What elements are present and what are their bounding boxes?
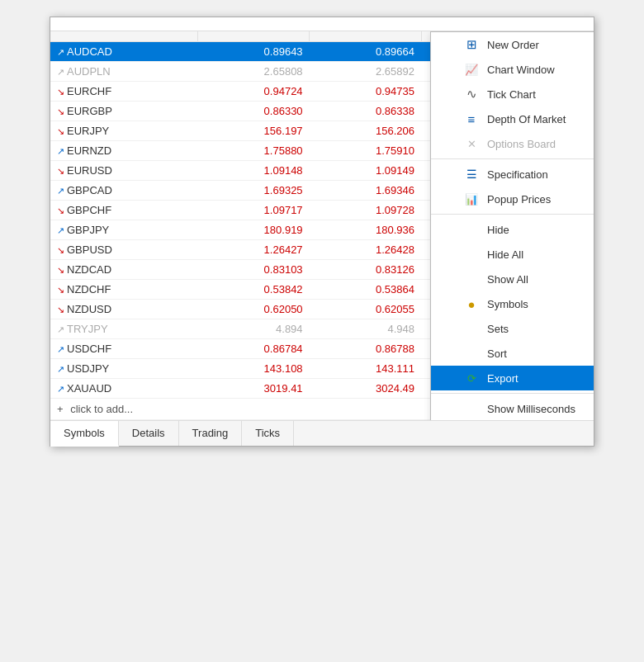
menu-item-left-options-board: ✕ Options Board bbox=[441, 136, 556, 151]
menu-label-sort: Sort bbox=[487, 348, 507, 360]
depth-of-market-icon: ≡ bbox=[464, 111, 479, 126]
menu-item-left-hide: Hide bbox=[441, 222, 509, 237]
menu-item-sets[interactable]: Sets ▶ bbox=[431, 316, 594, 341]
bid-cell: 0.89643 bbox=[197, 42, 309, 62]
symbol-cell: ↗EURNZD bbox=[50, 141, 197, 161]
trend-icon: ↗ bbox=[57, 47, 64, 57]
bid-cell: 4.894 bbox=[197, 319, 309, 339]
menu-label-options-board: Options Board bbox=[487, 138, 556, 150]
context-menu: ⊞ New Order 📈 Chart Window ∿ Tick Chart bbox=[430, 31, 594, 420]
menu-item-export[interactable]: ⟳ Export bbox=[431, 366, 594, 390]
ask-cell: 3024.49 bbox=[310, 379, 421, 399]
symbol-cell: ↘EURGBP bbox=[50, 102, 197, 121]
bid-cell: 180.919 bbox=[197, 220, 309, 240]
ask-cell: 0.86338 bbox=[310, 102, 421, 121]
trend-icon: ↗ bbox=[57, 384, 64, 394]
chart-window-icon: 📈 bbox=[464, 62, 479, 77]
ask-cell: 0.86788 bbox=[310, 339, 421, 359]
symbol-cell: ↗USDCHF bbox=[50, 339, 197, 359]
symbol-cell: ↗AUDPLN bbox=[50, 62, 197, 82]
menu-label-tick-chart: Tick Chart bbox=[487, 88, 536, 101]
tab-ticks[interactable]: Ticks bbox=[242, 421, 294, 446]
menu-item-specification[interactable]: ☰ Specification bbox=[431, 162, 594, 187]
menu-label-sets: Sets bbox=[487, 323, 509, 335]
menu-item-new-order[interactable]: ⊞ New Order bbox=[431, 32, 594, 57]
menu-label-symbols: Symbols bbox=[487, 298, 528, 310]
symbol-cell: ↗GBPCAD bbox=[50, 181, 197, 201]
menu-item-hide[interactable]: Hide Delete bbox=[431, 217, 594, 242]
menu-label-show-all: Show All bbox=[487, 273, 528, 286]
bid-cell: 0.94724 bbox=[197, 82, 309, 102]
tab-symbols[interactable]: Symbols bbox=[50, 421, 119, 447]
sort-icon bbox=[464, 346, 479, 361]
bid-header[interactable] bbox=[197, 31, 309, 42]
ask-cell: 0.89664 bbox=[310, 42, 421, 62]
ask-cell: 4.948 bbox=[310, 319, 421, 339]
menu-label-new-order: New Order bbox=[487, 39, 539, 51]
ask-cell: 0.53864 bbox=[310, 280, 421, 300]
symbol-cell: ↘EURUSD bbox=[50, 161, 197, 181]
trend-icon: ↘ bbox=[57, 87, 64, 97]
menu-item-symbols[interactable]: ● Symbols Ctrl+U bbox=[431, 291, 594, 316]
ask-cell: 1.09149 bbox=[310, 161, 421, 181]
ask-cell: 156.206 bbox=[310, 121, 421, 141]
title-bar bbox=[50, 17, 594, 31]
symbol-cell: ↘GBPUSD bbox=[50, 240, 197, 260]
bid-cell: 1.69325 bbox=[197, 181, 309, 201]
menu-item-left-symbols: ● Symbols bbox=[441, 296, 528, 311]
tick-chart-icon: ∿ bbox=[464, 87, 479, 102]
menu-item-chart-window[interactable]: 📈 Chart Window bbox=[431, 57, 594, 82]
symbol-cell: ↗XAUAUD bbox=[50, 379, 197, 399]
menu-item-left-hide-all: Hide All bbox=[441, 247, 523, 262]
menu-item-left-chart-window: 📈 Chart Window bbox=[441, 62, 555, 77]
ask-cell: 1.75910 bbox=[310, 141, 421, 161]
symbol-cell: ↗TRYJPY bbox=[50, 319, 197, 339]
options-board-icon: ✕ bbox=[464, 136, 479, 151]
menu-item-show-all[interactable]: Show All bbox=[431, 267, 594, 291]
menu-label-chart-window: Chart Window bbox=[487, 64, 555, 76]
ask-header[interactable] bbox=[310, 31, 421, 42]
ask-cell: 2.65892 bbox=[310, 62, 421, 82]
symbol-cell: ↘EURCHF bbox=[50, 82, 197, 102]
bid-cell: 143.108 bbox=[197, 359, 309, 379]
menu-item-left-show-milliseconds: Show Milliseconds bbox=[441, 401, 575, 416]
symbol-header[interactable] bbox=[50, 31, 197, 42]
bid-cell: 0.83103 bbox=[197, 260, 309, 280]
menu-item-tick-chart[interactable]: ∿ Tick Chart bbox=[431, 82, 594, 106]
trend-icon: ↘ bbox=[57, 166, 64, 176]
menu-item-left-new-order: ⊞ New Order bbox=[441, 37, 539, 52]
bid-cell: 1.26427 bbox=[197, 240, 309, 260]
menu-item-popup-prices[interactable]: 📊 Popup Prices F10 bbox=[431, 187, 594, 211]
menu-separator bbox=[431, 214, 594, 215]
hide-icon bbox=[464, 222, 479, 237]
menu-item-left-sort: Sort bbox=[441, 346, 507, 361]
menu-item-sort[interactable]: Sort ▶ bbox=[431, 341, 594, 366]
menu-item-show-milliseconds[interactable]: Show Milliseconds bbox=[431, 396, 594, 420]
trend-icon: ↗ bbox=[57, 186, 64, 196]
menu-separator bbox=[431, 158, 594, 159]
menu-item-depth-of-market[interactable]: ≡ Depth Of Market Alt+B bbox=[431, 106, 594, 131]
menu-label-show-milliseconds: Show Milliseconds bbox=[487, 403, 575, 415]
trend-icon: ↗ bbox=[57, 67, 64, 77]
bid-cell: 2.65808 bbox=[197, 62, 309, 82]
ask-cell: 0.83126 bbox=[310, 260, 421, 280]
show-milliseconds-icon bbox=[464, 401, 479, 416]
trend-icon: ↘ bbox=[57, 245, 64, 255]
menu-item-hide-all[interactable]: Hide All bbox=[431, 242, 594, 267]
tabs-bar: SymbolsDetailsTradingTicks bbox=[50, 420, 594, 446]
trend-icon: ↗ bbox=[57, 146, 64, 156]
plus-icon: + bbox=[57, 403, 64, 415]
ask-cell: 1.69346 bbox=[310, 181, 421, 201]
tab-trading[interactable]: Trading bbox=[179, 421, 243, 446]
trend-icon: ↗ bbox=[57, 225, 64, 235]
menu-label-specification: Specification bbox=[487, 168, 548, 181]
menu-item-left-show-all: Show All bbox=[441, 272, 528, 286]
menu-separator bbox=[431, 393, 594, 394]
trend-icon: ↗ bbox=[57, 344, 64, 354]
bid-cell: 0.86784 bbox=[197, 339, 309, 359]
bid-cell: 1.75880 bbox=[197, 141, 309, 161]
sets-icon bbox=[464, 321, 479, 336]
tab-details[interactable]: Details bbox=[119, 421, 179, 446]
bid-cell: 156.197 bbox=[197, 121, 309, 141]
trend-icon: ↘ bbox=[57, 285, 64, 295]
